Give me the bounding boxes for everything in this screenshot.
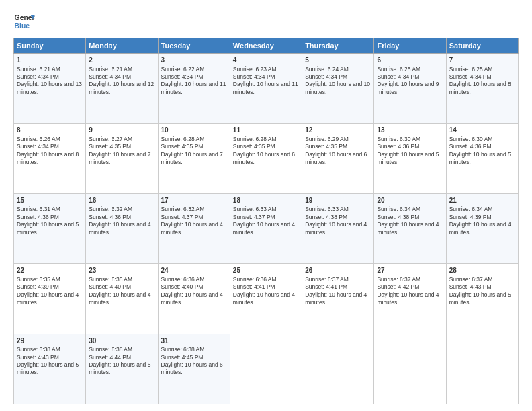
sunset-label: Sunset: 4:35 PM [305,143,347,150]
day-number: 23 [89,266,154,275]
sunrise-label: Sunrise: 6:35 AM [17,276,60,283]
day-number: 4 [233,56,299,65]
sunrise-label: Sunrise: 6:36 AM [161,276,205,283]
week-row-5: 29Sunrise: 6:38 AMSunset: 4:43 PMDayligh… [14,334,519,404]
day-number: 13 [377,126,443,135]
day-cell: 7Sunrise: 6:25 AMSunset: 4:34 PMDaylight… [446,54,518,124]
day-number: 29 [17,336,83,346]
day-number: 25 [233,266,299,275]
sunrise-label: Sunrise: 6:38 AM [17,346,60,353]
sunset-label: Sunset: 4:45 PM [161,354,204,361]
day-number: 30 [89,336,154,346]
day-cell: 30Sunrise: 6:38 AMSunset: 4:44 PMDayligh… [86,334,158,404]
day-cell: 20Sunrise: 6:34 AMSunset: 4:38 PMDayligh… [374,193,446,263]
day-number: 20 [377,196,443,205]
daylight-label: Daylight: 10 hours and 12 minutes. [89,81,154,95]
sunrise-label: Sunrise: 6:25 AM [449,66,493,73]
sunrise-label: Sunrise: 6:31 AM [17,205,60,212]
col-header-friday: Friday [374,38,446,54]
sunset-label: Sunset: 4:37 PM [161,214,204,220]
daylight-label: Daylight: 10 hours and 4 minutes. [305,291,367,306]
day-number: 26 [305,266,371,275]
sunrise-label: Sunrise: 6:21 AM [89,66,132,73]
day-cell [446,334,518,404]
sunset-label: Sunset: 4:40 PM [161,283,204,290]
day-cell: 14Sunrise: 6:30 AMSunset: 4:36 PMDayligh… [446,124,518,193]
sunrise-label: Sunrise: 6:38 AM [89,346,132,353]
daylight-label: Daylight: 10 hours and 13 minutes. [17,81,82,95]
sunset-label: Sunset: 4:35 PM [161,143,204,150]
daylight-label: Daylight: 10 hours and 8 minutes. [449,81,511,95]
header: General Blue [13,11,519,32]
sunset-label: Sunset: 4:34 PM [305,73,347,80]
day-number: 19 [305,196,371,205]
col-header-sunday: Sunday [14,38,86,54]
sunset-label: Sunset: 4:41 PM [305,283,347,290]
day-cell: 27Sunrise: 6:37 AMSunset: 4:42 PMDayligh… [374,264,446,334]
week-row-1: 1Sunrise: 6:21 AMSunset: 4:34 PMDaylight… [14,54,519,124]
sunrise-label: Sunrise: 6:23 AM [233,66,277,73]
day-number: 22 [17,266,83,275]
col-header-monday: Monday [86,38,158,54]
sunrise-label: Sunrise: 6:21 AM [17,66,60,73]
daylight-label: Daylight: 10 hours and 4 minutes. [161,291,223,306]
sunset-label: Sunset: 4:38 PM [305,214,347,220]
calendar-table: SundayMondayTuesdayWednesdayThursdayFrid… [13,38,519,404]
day-number: 17 [161,196,227,205]
week-row-3: 15Sunrise: 6:31 AMSunset: 4:36 PMDayligh… [14,193,519,263]
sunset-label: Sunset: 4:34 PM [377,73,419,80]
sunrise-label: Sunrise: 6:28 AM [233,136,277,142]
day-number: 24 [161,266,227,275]
daylight-label: Daylight: 10 hours and 4 minutes. [89,291,150,306]
sunset-label: Sunset: 4:34 PM [161,73,204,80]
daylight-label: Daylight: 10 hours and 4 minutes. [89,221,150,235]
day-cell: 22Sunrise: 6:35 AMSunset: 4:39 PMDayligh… [14,264,86,334]
sunrise-label: Sunrise: 6:24 AM [305,66,349,73]
day-cell: 6Sunrise: 6:25 AMSunset: 4:34 PMDaylight… [374,54,446,124]
sunrise-label: Sunrise: 6:27 AM [89,136,132,142]
day-cell: 10Sunrise: 6:28 AMSunset: 4:35 PMDayligh… [158,124,230,193]
day-cell: 29Sunrise: 6:38 AMSunset: 4:43 PMDayligh… [14,334,86,404]
day-cell: 21Sunrise: 6:34 AMSunset: 4:39 PMDayligh… [446,193,518,263]
sunset-label: Sunset: 4:34 PM [17,73,59,80]
day-cell: 26Sunrise: 6:37 AMSunset: 4:41 PMDayligh… [302,264,374,334]
sunset-label: Sunset: 4:36 PM [449,143,492,150]
daylight-label: Daylight: 10 hours and 5 minutes. [449,151,511,165]
sunset-label: Sunset: 4:38 PM [377,214,419,220]
day-number: 31 [161,336,227,346]
sunset-label: Sunset: 4:34 PM [233,73,275,80]
day-cell: 1Sunrise: 6:21 AMSunset: 4:34 PMDaylight… [14,54,86,124]
day-number: 6 [377,56,443,65]
sunset-label: Sunset: 4:36 PM [89,214,131,220]
sunrise-label: Sunrise: 6:36 AM [233,276,277,283]
day-cell: 18Sunrise: 6:33 AMSunset: 4:37 PMDayligh… [230,193,302,263]
sunset-label: Sunset: 4:39 PM [17,283,59,290]
sunset-label: Sunset: 4:34 PM [17,143,59,150]
sunset-label: Sunset: 4:40 PM [89,283,131,290]
day-cell: 2Sunrise: 6:21 AMSunset: 4:34 PMDaylight… [86,54,158,124]
daylight-label: Daylight: 10 hours and 5 minutes. [17,361,79,375]
daylight-label: Daylight: 10 hours and 4 minutes. [305,221,367,235]
sunrise-label: Sunrise: 6:33 AM [305,205,349,212]
day-cell [374,334,446,404]
daylight-label: Daylight: 10 hours and 4 minutes. [377,221,439,235]
day-number: 8 [17,126,83,135]
week-row-4: 22Sunrise: 6:35 AMSunset: 4:39 PMDayligh… [14,264,519,334]
sunrise-label: Sunrise: 6:34 AM [449,205,493,212]
day-number: 7 [449,56,515,65]
sunset-label: Sunset: 4:36 PM [377,143,419,150]
sunrise-label: Sunrise: 6:30 AM [377,136,420,142]
sunset-label: Sunset: 4:41 PM [233,283,275,290]
daylight-label: Daylight: 10 hours and 4 minutes. [377,291,439,306]
sunset-label: Sunset: 4:37 PM [233,214,275,220]
day-cell: 15Sunrise: 6:31 AMSunset: 4:36 PMDayligh… [14,193,86,263]
sunset-label: Sunset: 4:44 PM [89,354,131,361]
daylight-label: Daylight: 10 hours and 10 minutes. [305,81,370,95]
daylight-label: Daylight: 10 hours and 8 minutes. [17,151,79,165]
day-cell: 19Sunrise: 6:33 AMSunset: 4:38 PMDayligh… [302,193,374,263]
sunrise-label: Sunrise: 6:30 AM [449,136,493,142]
sunrise-label: Sunrise: 6:32 AM [161,205,205,212]
day-number: 15 [17,196,83,205]
day-number: 5 [305,56,371,65]
day-number: 21 [449,196,515,205]
